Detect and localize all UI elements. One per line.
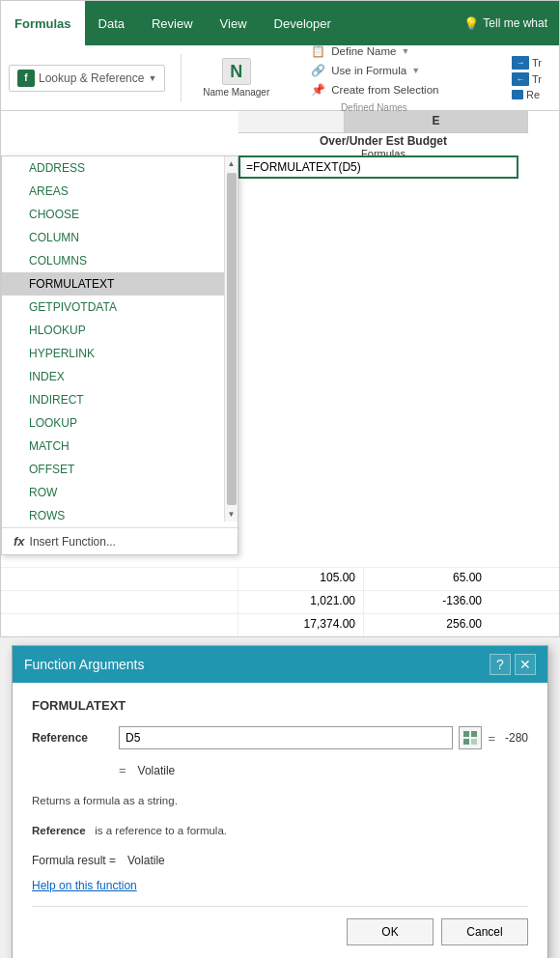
tab-view[interactable]: View: [207, 1, 261, 45]
eq-sign-2: =: [119, 763, 126, 777]
create-from-selection-button[interactable]: 📌 Create from Selection: [306, 81, 441, 99]
divider: [181, 54, 182, 102]
col-headers: E: [238, 111, 528, 133]
dropdown-item-column[interactable]: COLUMN: [2, 226, 238, 249]
data-cell-3a: 17,374.00: [238, 614, 364, 636]
dialog-help-button[interactable]: ?: [490, 654, 511, 675]
formula-auditing-group: → Tr ← Tr Re: [510, 55, 551, 101]
scroll-down-icon[interactable]: ▼: [228, 507, 236, 521]
trace-dependents-icon: ←: [512, 72, 529, 86]
grid-icon: [462, 730, 478, 746]
name-manager-label: Name Manager: [203, 87, 269, 98]
scroll-up-icon[interactable]: ▲: [228, 156, 236, 171]
result-value: -280: [505, 731, 528, 745]
data-row-1: 105.00 65.00: [1, 567, 559, 590]
dialog-buttons: OK Cancel: [32, 906, 528, 945]
excel-window: Formulas Data Review View Developer 💡 Te…: [0, 0, 560, 637]
trace-precedents-btn[interactable]: → Tr: [510, 55, 544, 70]
insert-function-button[interactable]: fx Insert Function...: [2, 527, 238, 554]
data-row-3: 17,374.00 256.00: [1, 613, 559, 636]
dropdown-item-rows[interactable]: ROWS: [2, 504, 238, 527]
remove-arrows-btn[interactable]: Re: [510, 88, 544, 101]
data-cell-2a: 1,021.00: [238, 591, 364, 613]
dialog-title: Function Arguments: [24, 657, 145, 672]
dropdown-item-columns[interactable]: COLUMNS: [2, 249, 238, 272]
description-text: Returns a formula as a string.: [32, 793, 528, 809]
dropdown-item-index[interactable]: INDEX: [2, 365, 238, 388]
ok-button[interactable]: OK: [347, 918, 434, 945]
define-name-icon: 📋: [309, 43, 326, 59]
fx-icon: fx: [14, 534, 25, 549]
define-name-button[interactable]: 📋 Define Name ▼: [306, 42, 441, 60]
ribbon-toolbar: f Lookup & Reference ▼ N Name Manager 📋 …: [1, 45, 559, 111]
name-manager-button[interactable]: N Name Manager: [197, 56, 275, 99]
dropdown-item-offset[interactable]: OFFSET: [2, 458, 238, 481]
tab-review[interactable]: Review: [138, 1, 207, 45]
reference-input-wrap: = -280: [119, 726, 528, 749]
tab-data[interactable]: Data: [85, 1, 138, 45]
eq-sign-1: =: [488, 731, 495, 746]
scroll-thumb: [227, 173, 237, 505]
trace-dependents-btn[interactable]: ← Tr: [510, 71, 544, 87]
dialog-close-button[interactable]: ✕: [515, 654, 536, 675]
dropdown-scrollbar[interactable]: ▲ ▼: [224, 156, 238, 521]
data-cell-spacer-1: [1, 568, 238, 590]
lookup-icon: f: [17, 70, 35, 87]
name-manager-icon: N: [222, 58, 251, 85]
remove-arrows-icon: [512, 90, 523, 99]
dialog-controls: ? ✕: [490, 654, 536, 675]
help-link[interactable]: Help on this function: [32, 879, 137, 892]
svg-rect-0: [463, 731, 469, 737]
use-in-formula-arrow: ▼: [411, 66, 420, 75]
data-cell-1b: 65.00: [364, 568, 490, 590]
use-in-formula-icon: 🔗: [309, 63, 326, 78]
fn-name-label: FORMULATEXT: [32, 698, 528, 713]
tab-developer[interactable]: Developer: [261, 1, 345, 45]
dialog-section: Function Arguments ? ✕ FORMULATEXT Refer…: [0, 645, 560, 958]
insert-fn-label: Insert Function...: [30, 535, 116, 549]
formula-text-cell[interactable]: =FORMULATEXT(D5): [238, 155, 518, 179]
col-header-e[interactable]: E: [345, 111, 528, 132]
svg-rect-1: [471, 731, 477, 737]
tell-me-area[interactable]: 💡 Tell me what: [452, 1, 559, 45]
data-cell-spacer-2: [1, 591, 238, 613]
create-from-selection-icon: 📌: [309, 82, 326, 98]
dropdown-item-formulatext[interactable]: FORMULATEXT: [2, 272, 238, 296]
svg-rect-2: [463, 739, 469, 745]
dropdown-item-hlookup[interactable]: HLOOKUP: [2, 319, 238, 342]
dropdown-item-address[interactable]: ADDRESS: [2, 156, 238, 180]
dropdown-item-lookup[interactable]: LOOKUP: [2, 411, 238, 435]
ref-description: Reference is a reference to a formula.: [32, 823, 528, 839]
data-cell-spacer-3: [1, 614, 238, 636]
reference-input[interactable]: [119, 726, 453, 749]
dropdown-item-choose[interactable]: CHOOSE: [2, 203, 238, 226]
col-header-empty: [238, 111, 345, 132]
reference-label: Reference: [32, 731, 109, 745]
over-under-title: Over/Under Est Budget: [240, 134, 526, 148]
dialog-titlebar: Function Arguments ? ✕: [13, 646, 547, 683]
data-cell-2b: -136.00: [364, 591, 490, 613]
dropdown-item-row[interactable]: ROW: [2, 481, 238, 504]
dropdown-item-match[interactable]: MATCH: [2, 435, 238, 458]
dialog-body: FORMULATEXT Reference = -280: [13, 683, 547, 958]
define-name-arrow: ▼: [401, 46, 409, 56]
use-in-formula-button[interactable]: 🔗 Use in Formula ▼: [306, 62, 441, 79]
cancel-button[interactable]: Cancel: [441, 918, 528, 945]
dropdown-arrow-icon: ▼: [148, 73, 156, 83]
data-cell-1a: 105.00: [238, 568, 364, 590]
dropdown-item-indirect[interactable]: INDIRECT: [2, 388, 238, 411]
reference-input-row: Reference = -280: [32, 726, 528, 749]
dropdown-item-getpivotdata[interactable]: GETPIVOTDATA: [2, 296, 238, 319]
dropdown-item-areas[interactable]: AREAS: [2, 180, 238, 203]
tr-group: → Tr ← Tr Re: [510, 55, 544, 101]
data-rows-section: 105.00 65.00 1,021.00 -136.00 17,374.00 …: [1, 567, 559, 636]
volatile-result: Volatile: [138, 764, 176, 777]
lookup-label: Lookup & Reference: [39, 71, 144, 85]
grid-reference-button[interactable]: [459, 726, 482, 749]
lookup-dropdown-menu: ADDRESS AREAS CHOOSE COLUMN COLUMNS FORM…: [1, 155, 238, 555]
formula-result-row: Formula result = Volatile: [32, 854, 528, 867]
lookup-reference-button[interactable]: f Lookup & Reference ▼: [9, 65, 165, 92]
trace-precedents-icon: →: [512, 56, 529, 70]
tab-formulas[interactable]: Formulas: [1, 1, 85, 45]
dropdown-item-hyperlink[interactable]: HYPERLINK: [2, 342, 238, 365]
